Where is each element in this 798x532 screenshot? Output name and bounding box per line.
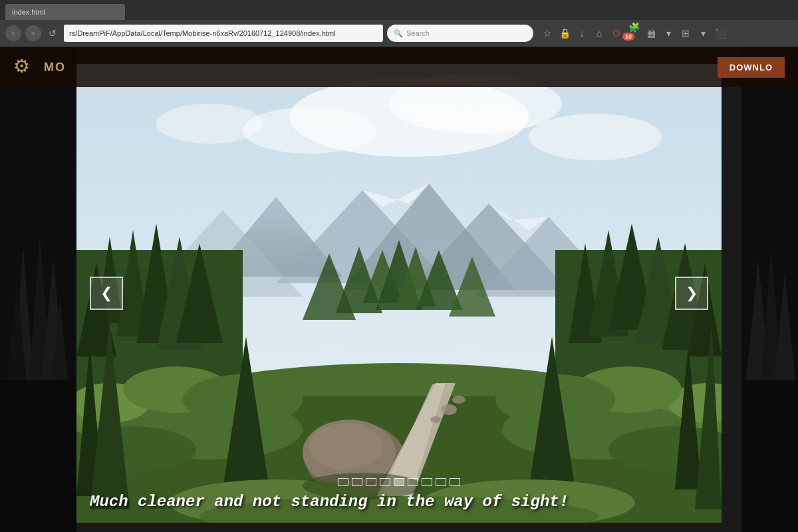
browser-tabs: index.html <box>0 0 798 20</box>
app-logo-icon: ⚙ <box>13 55 37 79</box>
svg-point-70 <box>452 396 466 404</box>
extra-icon[interactable]: ▾ <box>696 26 710 41</box>
landscape-svg <box>76 64 722 523</box>
opera-icon[interactable]: O <box>609 26 624 41</box>
indicator-9[interactable] <box>450 478 460 486</box>
prev-icon: ❮ <box>100 285 112 302</box>
download-button[interactable]: DOWNLO <box>718 57 785 78</box>
forward-icon: › <box>32 29 35 38</box>
download-icon[interactable]: ↓ <box>575 26 589 41</box>
toolbar-icons: ☆ 🔒 ↓ ⌂ O 🧩 10 ▦ ▾ ⊞ ▾ ⬛ <box>540 20 728 47</box>
svg-point-15 <box>243 107 376 154</box>
secure-icon[interactable]: 🔒 <box>557 26 572 41</box>
app-header: ⚙ MO DOWNLO <box>0 47 798 87</box>
address-bar[interactable]: rs/DreamPiF/AppData/Local/Temp/Mobirise-… <box>64 25 383 42</box>
bookmark-icon[interactable]: ☆ <box>540 26 555 41</box>
indicator-6[interactable] <box>408 478 418 486</box>
app-logo-text: MO <box>44 61 66 74</box>
left-forest-svg <box>0 47 76 532</box>
forward-button[interactable]: › <box>25 25 41 41</box>
next-icon: ❯ <box>686 285 698 302</box>
indicator-2[interactable] <box>352 478 362 486</box>
indicator-8[interactable] <box>436 478 446 486</box>
dropdown-icon[interactable]: ▾ <box>661 26 676 41</box>
caption-text: Much cleaner and not standing in the way… <box>90 493 569 511</box>
search-bar[interactable]: 🔍 Search <box>387 25 533 42</box>
svg-point-69 <box>430 416 441 423</box>
browser-chrome: index.html ‹ › ↺ rs/DreamPiF/AppData/Loc… <box>0 0 798 47</box>
right-forest-svg <box>741 47 798 532</box>
app-header-right: DOWNLO <box>718 57 785 78</box>
svg-point-16 <box>156 104 263 144</box>
extensions-icon-wrapper: 🧩 10 <box>626 20 641 47</box>
prev-button[interactable]: ❮ <box>90 277 123 310</box>
indicator-1[interactable] <box>338 478 348 486</box>
menu-icon[interactable]: ▦ <box>644 26 658 41</box>
browser-tab[interactable]: index.html <box>5 4 125 20</box>
indicator-4[interactable] <box>380 478 390 486</box>
slide-image <box>76 64 722 523</box>
notification-badge: 10 <box>622 33 634 41</box>
svg-point-17 <box>529 114 662 160</box>
home-icon[interactable]: ⌂ <box>592 26 606 41</box>
app-content: ⚙ MO DOWNLO <box>0 47 798 532</box>
side-panel-left <box>0 47 76 532</box>
slide-caption: Much cleaner and not standing in the way… <box>76 487 722 516</box>
indicator-5[interactable] <box>394 478 404 486</box>
refresh-icon: ↺ <box>49 28 57 39</box>
sidebar-icon[interactable]: ⊞ <box>678 26 693 41</box>
search-placeholder: Search <box>406 29 430 37</box>
refresh-button[interactable]: ↺ <box>45 26 60 41</box>
slide-indicators <box>338 478 460 486</box>
back-button[interactable]: ‹ <box>5 25 21 41</box>
svg-rect-6 <box>0 380 76 532</box>
svg-point-64 <box>309 423 382 469</box>
svg-point-68 <box>441 404 457 415</box>
back-icon: ‹ <box>12 29 15 38</box>
browser-toolbar: ‹ › ↺ rs/DreamPiF/AppData/Local/Temp/Mob… <box>0 20 798 47</box>
slideshow-container: ❮ ❯ Much cleaner and not standing in the… <box>76 64 722 523</box>
side-panel-right <box>741 47 798 532</box>
address-text: rs/DreamPiF/AppData/Local/Temp/Mobirise-… <box>69 29 336 37</box>
perf-icon[interactable]: ⬛ <box>713 26 728 41</box>
search-icon: 🔍 <box>394 29 403 38</box>
tab-label: index.html <box>12 8 45 16</box>
svg-rect-11 <box>741 380 798 532</box>
indicator-7[interactable] <box>422 478 432 486</box>
next-button[interactable]: ❯ <box>675 277 708 310</box>
indicator-3[interactable] <box>366 478 376 486</box>
